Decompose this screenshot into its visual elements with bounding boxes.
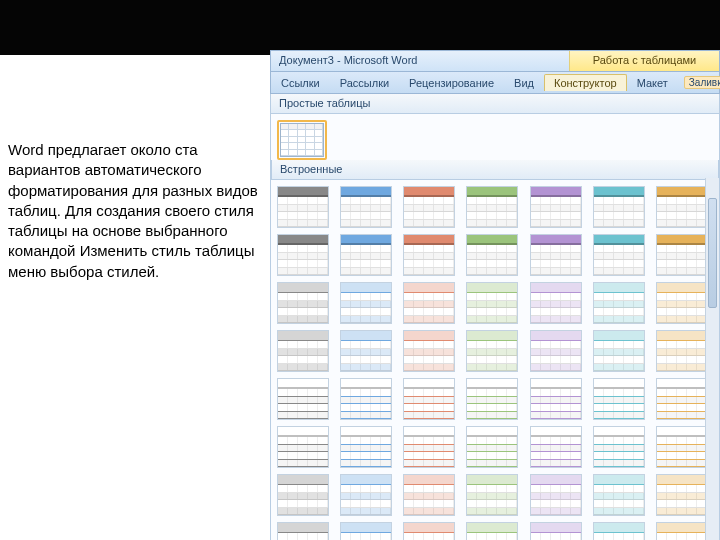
table-styles-grid — [277, 186, 713, 540]
table-style-swatch[interactable] — [277, 474, 329, 516]
table-style-swatch[interactable] — [593, 330, 645, 372]
table-style-swatch[interactable] — [530, 282, 582, 324]
table-style-swatch[interactable] — [530, 522, 582, 540]
table-style-swatch[interactable] — [403, 186, 455, 228]
table-style-swatch[interactable] — [593, 522, 645, 540]
table-style-swatch[interactable] — [466, 234, 518, 276]
word-window: Документ3 - Microsoft Word Работа с табл… — [270, 50, 720, 540]
table-style-swatch[interactable] — [403, 282, 455, 324]
table-style-swatch[interactable] — [593, 282, 645, 324]
tab-layout[interactable]: Макет — [627, 74, 678, 92]
table-style-swatch[interactable] — [656, 522, 708, 540]
table-style-swatch[interactable] — [466, 282, 518, 324]
table-style-swatch[interactable] — [656, 426, 708, 468]
table-style-swatch[interactable] — [403, 426, 455, 468]
table-style-swatch[interactable] — [340, 234, 392, 276]
table-style-swatch[interactable] — [277, 378, 329, 420]
tab-review[interactable]: Рецензирование — [399, 74, 504, 92]
table-style-swatch[interactable] — [593, 474, 645, 516]
table-style-swatch[interactable] — [656, 474, 708, 516]
tab-view[interactable]: Вид — [504, 74, 544, 92]
section-simple-tables: Простые таблицы — [270, 94, 720, 114]
table-style-swatch[interactable] — [656, 282, 708, 324]
section-builtin: Встроенные — [271, 160, 719, 180]
table-style-swatch[interactable] — [466, 474, 518, 516]
table-style-swatch[interactable] — [277, 522, 329, 540]
table-style-swatch[interactable] — [466, 330, 518, 372]
table-style-swatch[interactable] — [466, 378, 518, 420]
ribbon-tabs: Ссылки Рассылки Рецензирование Вид Конст… — [270, 72, 720, 94]
table-style-swatch[interactable] — [466, 522, 518, 540]
gallery-scrollbar[interactable] — [705, 178, 719, 540]
table-style-plain[interactable] — [280, 123, 324, 157]
table-style-swatch[interactable] — [340, 474, 392, 516]
table-style-swatch[interactable] — [656, 234, 708, 276]
table-style-swatch[interactable] — [530, 234, 582, 276]
tab-mailings[interactable]: Рассылки — [330, 74, 399, 92]
table-style-swatch[interactable] — [277, 426, 329, 468]
ribbon-pinned-group: Заливка Границы — [678, 73, 720, 92]
table-style-swatch[interactable] — [403, 522, 455, 540]
document-title: Документ3 - Microsoft Word — [271, 51, 569, 71]
tab-references[interactable]: Ссылки — [271, 74, 330, 92]
table-style-swatch[interactable] — [593, 186, 645, 228]
table-style-swatch[interactable] — [656, 330, 708, 372]
table-style-swatch[interactable] — [530, 474, 582, 516]
description-paragraph: Word предлагает около ста вариантов авто… — [8, 140, 268, 282]
table-style-swatch[interactable] — [403, 234, 455, 276]
table-style-swatch[interactable] — [277, 186, 329, 228]
table-style-swatch[interactable] — [593, 426, 645, 468]
table-style-swatch[interactable] — [340, 186, 392, 228]
table-style-swatch[interactable] — [403, 474, 455, 516]
table-style-swatch[interactable] — [530, 378, 582, 420]
table-style-swatch[interactable] — [466, 426, 518, 468]
titlebar: Документ3 - Microsoft Word Работа с табл… — [270, 50, 720, 72]
table-style-swatch[interactable] — [277, 330, 329, 372]
table-style-swatch[interactable] — [340, 378, 392, 420]
shading-button[interactable]: Заливка — [684, 76, 720, 89]
tab-design[interactable]: Конструктор — [544, 74, 627, 91]
table-style-swatch[interactable] — [340, 282, 392, 324]
table-style-swatch[interactable] — [530, 330, 582, 372]
table-style-swatch[interactable] — [277, 234, 329, 276]
table-style-swatch[interactable] — [340, 426, 392, 468]
table-style-swatch[interactable] — [593, 234, 645, 276]
table-style-swatch[interactable] — [656, 378, 708, 420]
table-style-swatch[interactable] — [403, 330, 455, 372]
table-style-swatch[interactable] — [340, 522, 392, 540]
slide-black-top — [0, 0, 720, 55]
contextual-tab-title: Работа с таблицами — [569, 51, 719, 71]
table-style-swatch[interactable] — [530, 186, 582, 228]
table-style-swatch[interactable] — [340, 330, 392, 372]
table-style-swatch[interactable] — [403, 378, 455, 420]
table-style-swatch[interactable] — [593, 378, 645, 420]
selected-style-frame — [277, 120, 327, 160]
table-style-swatch[interactable] — [277, 282, 329, 324]
table-style-swatch[interactable] — [466, 186, 518, 228]
table-style-swatch[interactable] — [530, 426, 582, 468]
scrollbar-thumb[interactable] — [708, 198, 717, 308]
table-style-swatch[interactable] — [656, 186, 708, 228]
